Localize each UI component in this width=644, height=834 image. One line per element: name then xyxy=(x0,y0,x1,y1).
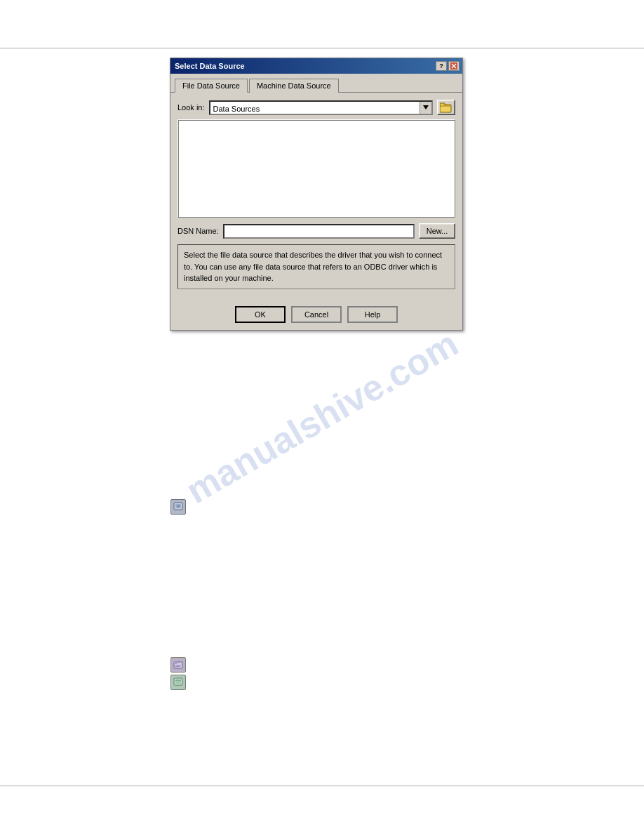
svg-point-2 xyxy=(177,505,180,508)
titlebar-buttons: ? xyxy=(436,61,459,71)
lookin-row: Look in: Data Sources xyxy=(177,100,455,115)
browse-folder-button[interactable] xyxy=(437,100,455,115)
dialog-tabs: File Data Source Machine Data Source xyxy=(170,74,462,92)
svg-rect-6 xyxy=(175,666,180,667)
small-icon-3 xyxy=(170,675,186,690)
lookin-label: Look in: xyxy=(177,103,205,112)
small-icon-1 xyxy=(170,499,186,515)
lookin-dropdown-arrow[interactable] xyxy=(420,102,431,114)
info-box: Select the file data source that describ… xyxy=(177,244,455,289)
dsn-row: DSN Name: New... xyxy=(177,223,455,239)
watermark: manualshive.com xyxy=(179,322,465,512)
small-icon-2 xyxy=(170,657,186,673)
tab-file-data-source[interactable]: File Data Source xyxy=(175,79,248,93)
svg-marker-13 xyxy=(423,105,429,110)
dialog-buttons: OK Cancel Help xyxy=(170,303,462,330)
file-list[interactable] xyxy=(177,119,455,218)
dsn-label: DSN Name: xyxy=(177,227,219,235)
cancel-button[interactable]: Cancel xyxy=(291,306,342,323)
titlebar-help-button[interactable]: ? xyxy=(436,61,447,71)
titlebar-close-button[interactable] xyxy=(448,61,459,71)
dialog-titlebar: Select Data Source ? xyxy=(170,58,462,74)
lookin-select-value: Data Sources xyxy=(210,102,420,114)
svg-rect-4 xyxy=(174,662,177,664)
tab-machine-data-source[interactable]: Machine Data Source xyxy=(249,79,339,93)
info-text: Select the file data source that describ… xyxy=(184,251,442,282)
svg-rect-5 xyxy=(175,665,181,666)
ok-button[interactable]: OK xyxy=(235,306,286,323)
select-data-source-dialog: Select Data Source ? File Data Source Ma… xyxy=(170,58,463,331)
svg-rect-17 xyxy=(441,105,450,107)
dialog-title: Select Data Source xyxy=(175,62,436,70)
help-button[interactable]: Help xyxy=(347,306,398,323)
page-bottom-border xyxy=(0,786,644,786)
svg-rect-9 xyxy=(175,680,181,681)
dialog-content: Look in: Data Sources xyxy=(170,92,462,303)
dsn-input[interactable] xyxy=(223,224,415,239)
lookin-select-container[interactable]: Data Sources xyxy=(209,100,433,115)
page-top-border xyxy=(0,48,644,48)
new-button[interactable]: New... xyxy=(419,223,455,239)
